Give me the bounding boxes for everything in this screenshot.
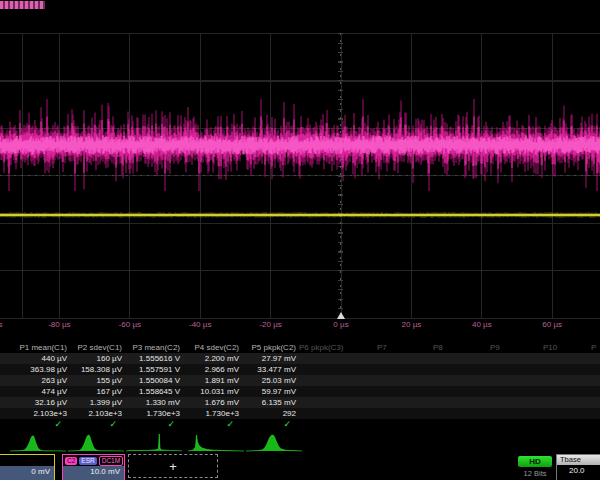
trace-annotation-badge xyxy=(0,1,45,9)
time-axis: -100 µs-80 µs-60 µs-40 µs-20 µs0 µs20 µs… xyxy=(0,320,600,332)
meas-value: 1.676 mV xyxy=(183,397,242,408)
meas-value: 33.477 mV xyxy=(242,364,299,375)
table-row: 2.103e+3 2.103e+3 1.730e+3 1.730e+3 292 xyxy=(0,408,600,419)
channel-c2-descriptor[interactable]: C2 ESR DC1M 10.0 mV xyxy=(62,454,125,480)
time-axis-label: 20 µs xyxy=(402,320,422,329)
c2-esr-badge: ESR xyxy=(79,457,96,465)
meas-header-p3[interactable]: P3 mean(C2) xyxy=(125,342,183,353)
meas-header-p4[interactable]: P4 sdev(C2) xyxy=(183,342,242,353)
status-check-icon: ✓ xyxy=(125,419,183,430)
meas-header-p9[interactable]: P9 xyxy=(490,342,503,353)
table-row: 440 µV 160 µV 1.555616 V 2.200 mV 27.97 … xyxy=(0,353,600,364)
bit-resolution-label: 12 Bits xyxy=(512,469,558,478)
meas-value: 158.308 µV xyxy=(70,364,125,375)
meas-value: 2.103e+3 xyxy=(70,408,125,419)
status-check-icon: ✓ xyxy=(183,419,242,430)
status-check-icon: ✓ xyxy=(242,419,299,430)
meas-value: 6.135 mV xyxy=(242,397,299,408)
time-axis-label: 60 µs xyxy=(542,320,562,329)
meas-header-p7[interactable]: P7 xyxy=(377,342,390,353)
trigger-position-marker-icon[interactable] xyxy=(337,312,345,319)
meas-header-p8[interactable]: P8 xyxy=(433,342,446,353)
status-check-icon: ✓ xyxy=(70,419,125,430)
table-row: 363.98 µV 158.308 µV 1.557591 V 2.966 mV… xyxy=(0,364,600,375)
meas-header-p1[interactable]: P1 mean(C1) xyxy=(0,342,70,353)
table-row: 263 µV 155 µV 1.550084 V 1.891 mV 25.03 … xyxy=(0,375,600,386)
p1-histicon[interactable] xyxy=(10,431,66,452)
p4-histicon[interactable] xyxy=(188,431,244,452)
meas-value: 1.730e+3 xyxy=(183,408,242,419)
time-axis-label: -40 µs xyxy=(189,320,211,329)
meas-value: 167 µV xyxy=(70,386,125,397)
time-axis-label: 40 µs xyxy=(472,320,492,329)
meas-value: 2.966 mV xyxy=(183,364,242,375)
meas-value: 440 µV xyxy=(0,353,70,364)
p5-histicon[interactable] xyxy=(246,431,302,452)
c2-vertical-scale: 10.0 mV xyxy=(63,466,124,480)
time-axis-label: -80 µs xyxy=(48,320,70,329)
meas-header-p11-fragment: P xyxy=(591,342,599,353)
table-row: 474 µV 167 µV 1.558645 V 10.031 mV 59.97… xyxy=(0,386,600,397)
meas-value: 363.98 µV xyxy=(0,364,70,375)
meas-value: 32.16 µV xyxy=(0,397,70,408)
meas-value: 1.555616 V xyxy=(125,353,183,364)
plus-icon: + xyxy=(169,459,177,474)
add-trace-button[interactable]: + xyxy=(128,454,218,478)
channel-c1-descriptor[interactable]: C1 DC1M 0 mV xyxy=(0,454,55,480)
timebase-descriptor[interactable]: Tbase 20.0 xyxy=(556,454,600,480)
oscilloscope-screen: -100 µs-80 µs-60 µs-40 µs-20 µs0 µs20 µs… xyxy=(0,0,600,480)
c2-channel-badge: C2 xyxy=(65,457,77,465)
time-axis-label: -20 µs xyxy=(259,320,281,329)
meas-value: 155 µV xyxy=(70,375,125,386)
meas-value: 1.550084 V xyxy=(125,375,183,386)
meas-value: 2.103e+3 xyxy=(0,408,70,419)
measurement-header-row: P1 mean(C1) P2 sdev(C1) P3 mean(C2) P4 s… xyxy=(0,342,600,353)
meas-value: 263 µV xyxy=(0,375,70,386)
status-check-icon: ✓ xyxy=(0,419,70,430)
timebase-label: Tbase xyxy=(557,455,600,465)
meas-value: 59.97 mV xyxy=(242,386,299,397)
table-row: 32.16 µV 1.399 µV 1.330 mV 1.676 mV 6.13… xyxy=(0,397,600,408)
meas-value: 1.891 mV xyxy=(183,375,242,386)
meas-header-p5[interactable]: P5 pkpk(C2) xyxy=(242,342,299,353)
meas-value: 474 µV xyxy=(0,386,70,397)
time-axis-label: -60 µs xyxy=(119,320,141,329)
meas-value: 292 xyxy=(242,408,299,419)
meas-value: 1.558645 V xyxy=(125,386,183,397)
meas-value: 27.97 mV xyxy=(242,353,299,364)
p3-histicon[interactable] xyxy=(126,431,182,452)
meas-value: 25.03 mV xyxy=(242,375,299,386)
meas-header-p6[interactable]: P6 pkpk(C3) xyxy=(299,342,346,353)
status-row: ✓ ✓ ✓ ✓ ✓ xyxy=(0,419,600,430)
timebase-value: 20.0 xyxy=(557,465,600,480)
meas-value: 1.399 µV xyxy=(70,397,125,408)
meas-header-p2[interactable]: P2 sdev(C1) xyxy=(70,342,125,353)
meas-value: 1.557591 V xyxy=(125,364,183,375)
c2-coupling-badge: DC1M xyxy=(99,456,123,466)
hd-mode-badge: HD xyxy=(518,456,552,467)
c1-vertical-scale: 0 mV xyxy=(0,466,54,480)
meas-value: 2.200 mV xyxy=(183,353,242,364)
meas-header-p10[interactable]: P10 xyxy=(543,342,560,353)
meas-value: 160 µV xyxy=(70,353,125,364)
waveform-display[interactable] xyxy=(0,33,600,319)
c1-trace xyxy=(0,214,600,216)
p2-histicon[interactable] xyxy=(68,431,124,452)
meas-value: 1.730e+3 xyxy=(125,408,183,419)
time-axis-label: -100 µs xyxy=(0,320,2,329)
time-axis-label: 0 µs xyxy=(333,320,348,329)
meas-value: 10.031 mV xyxy=(183,386,242,397)
meas-value: 1.330 mV xyxy=(125,397,183,408)
measurement-table: P1 mean(C1) P2 sdev(C1) P3 mean(C2) P4 s… xyxy=(0,342,600,430)
